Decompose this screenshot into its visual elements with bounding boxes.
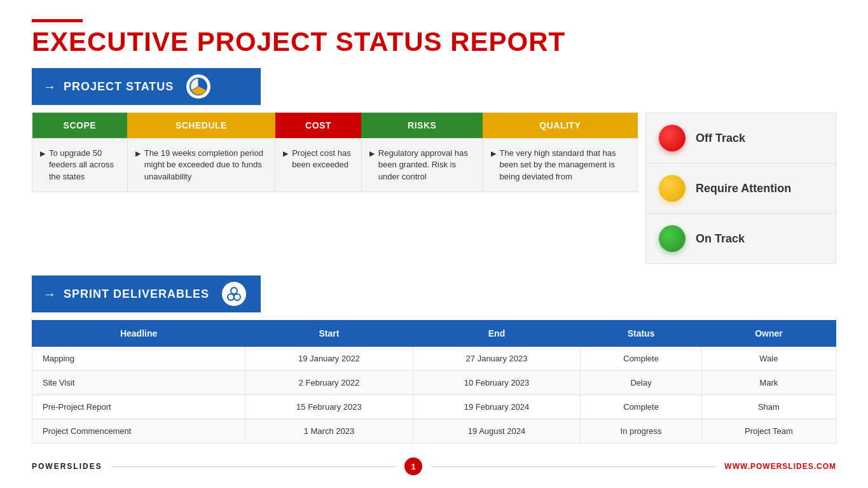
status-section: SCOPESCHEDULECOSTRISKSQUALITY ▶To upgrad… [32,113,836,264]
page-title: EXECUTIVE PROJECT STATUS REPORT [32,27,836,57]
sprint-cell-status: Complete [581,347,702,371]
sprint-cell-headline: Site Visit [32,371,245,395]
status-cell-risks: ▶Regulatory approval has been granted. R… [361,139,483,192]
sprint-col-end: End [413,321,581,347]
off-track-label: Off Track [696,132,745,145]
status-table: SCOPESCHEDULECOSTRISKSQUALITY ▶To upgrad… [32,113,638,192]
status-cell-scope: ▶To upgrade 50 feeders all across the st… [32,139,128,192]
sprint-table-row: Pre-Project Report15 February 202319 Feb… [32,395,836,419]
sprint-cell-headline: Pre-Project Report [32,395,245,419]
sprint-cell-owner: Sham [701,395,836,419]
footer-website: WWW.POWERSLIDES.COM [724,462,836,471]
status-cell-quality: ▶The very high standard that has been se… [483,139,637,192]
sprint-cell-end: 19 August 2024 [413,419,581,443]
svg-point-3 [234,294,240,300]
sprint-cell-start: 15 February 2023 [245,395,413,419]
footer-brand: POWERSLIDES [32,462,102,471]
sprint-cell-end: 10 February 2023 [413,371,581,395]
status-table-row: ▶To upgrade 50 feeders all across the st… [32,139,638,192]
svg-point-2 [228,294,234,300]
status-table-wrapper: SCOPESCHEDULECOSTRISKSQUALITY ▶To upgrad… [32,113,638,192]
status-cell-schedule: ▶The 19 weeks completion period might be… [127,139,275,192]
sprint-cell-start: 2 February 2022 [245,371,413,395]
sprint-header-row: HeadlineStartEndStatusOwner [32,321,836,347]
arrow-icon: → [43,80,56,94]
project-status-title: PROJECT STATUS [64,80,174,94]
sprint-title: SPRINT DELIVERABLES [64,288,209,301]
sprint-col-owner: Owner [701,321,836,347]
sprint-table-row: Project Commencement1 March 202319 Augus… [32,419,836,443]
footer-line-right [431,466,715,467]
sprint-body: Mapping19 January 202227 January 2023Com… [32,347,836,443]
status-col-schedule: SCHEDULE [127,113,275,139]
sprint-table-row: Site Visit2 February 202210 February 202… [32,371,836,395]
trefoil-icon [222,282,246,306]
footer: POWERSLIDES 1 WWW.POWERSLIDES.COM [32,454,836,475]
sprint-table: HeadlineStartEndStatusOwner Mapping19 Ja… [32,320,836,443]
sprint-col-headline: Headline [32,321,245,347]
page-container: EXECUTIVE PROJECT STATUS REPORT → PROJEC… [0,0,868,488]
svg-point-1 [231,288,237,294]
sprint-cell-status: Delay [581,371,702,395]
title-black: EXECUTIVE PROJECT [32,27,336,57]
green-dot-icon [659,225,685,252]
sprint-section: → SPRINT DELIVERABLES HeadlineStartEndSt… [32,275,836,447]
status-col-risks: RISKS [361,113,483,139]
sprint-arrow-icon: → [43,287,56,302]
sprint-cell-status: In progress [581,419,702,443]
sprint-cell-headline: Project Commencement [32,419,245,443]
pie-chart-icon [186,74,210,99]
status-col-scope: SCOPE [32,113,128,139]
sprint-table-row: Mapping19 January 202227 January 2023Com… [32,347,836,371]
status-cell-cost: ▶Project cost has been exceeded [275,139,362,192]
red-dot-icon [659,125,685,151]
status-body: ▶To upgrade 50 feeders all across the st… [32,139,638,192]
status-col-quality: QUALITY [483,113,637,139]
yellow-dot-icon [659,175,685,202]
legend-item-on-track: On Track [646,214,836,263]
header-accent-line [32,19,83,22]
on-track-label: On Track [696,232,745,246]
sprint-cell-owner: Project Team [701,419,836,443]
footer-line-left [111,466,396,467]
sprint-cell-end: 27 January 2023 [413,347,581,371]
project-status-section: → PROJECT STATUS SCOPESCHEDULECOSTRISKSQ… [32,68,836,275]
status-header-row: SCOPESCHEDULECOSTRISKSQUALITY [32,113,638,139]
sprint-header: → SPRINT DELIVERABLES [32,275,261,312]
footer-page-number: 1 [404,457,422,475]
legend-item-off-track: Off Track [646,113,836,164]
legend-box: Off Track Require Attention On Track [645,113,836,264]
sprint-cell-owner: Mark [701,371,836,395]
sprint-cell-start: 1 March 2023 [245,419,413,443]
status-col-cost: COST [275,113,362,139]
sprint-cell-owner: Wale [701,347,836,371]
sprint-cell-start: 19 January 2022 [245,347,413,371]
sprint-cell-status: Complete [581,395,702,419]
project-status-header: → PROJECT STATUS [32,68,261,105]
sprint-cell-end: 19 February 2024 [413,395,581,419]
legend-item-require-attention: Require Attention [646,164,836,214]
sprint-col-start: Start [245,321,413,347]
require-attention-label: Require Attention [696,182,791,195]
title-red: STATUS REPORT [336,27,565,57]
sprint-col-status: Status [581,321,702,347]
sprint-cell-headline: Mapping [32,347,245,371]
